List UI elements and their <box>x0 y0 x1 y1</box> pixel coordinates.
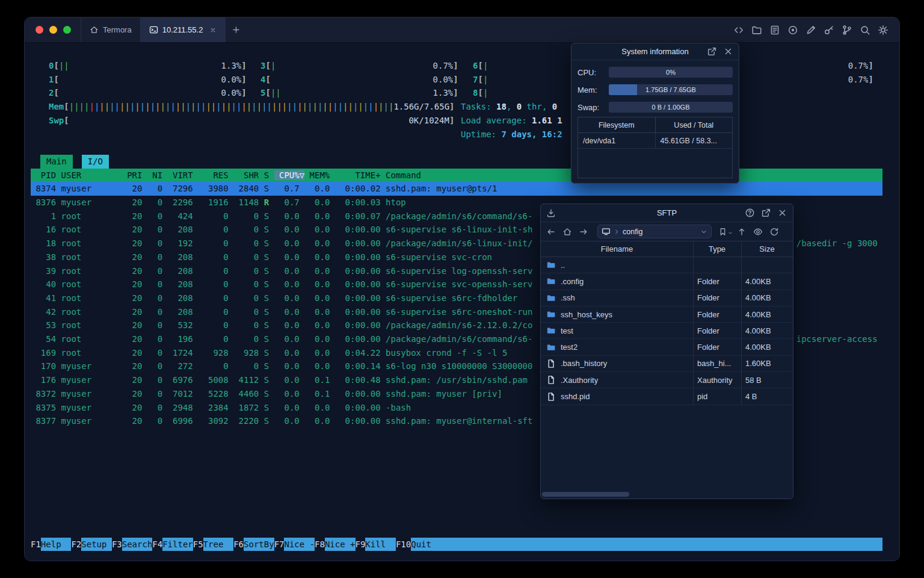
sysinfo-row: Mem:1.75GB / 7.65GB <box>571 82 739 98</box>
file-row-.bash_history[interactable]: .bash_historybash_hi...1.60KB <box>541 356 793 372</box>
folder-button[interactable] <box>751 25 762 36</box>
fkey-F9: F9 <box>356 538 366 551</box>
sftp-close-button[interactable] <box>777 208 787 218</box>
sftp-open-in-window-button[interactable] <box>761 208 771 218</box>
path-dropdown-icon[interactable] <box>700 228 707 235</box>
titlebar-toolbar <box>733 17 899 42</box>
fkey-action-help[interactable]: Help <box>41 538 72 551</box>
fkey-action-search[interactable]: Search <box>122 538 153 551</box>
sysinfo-row: CPU:0% <box>571 64 739 80</box>
parent-directory-button[interactable] <box>736 226 748 238</box>
current-path: config <box>623 228 642 236</box>
swap-meter: Swp[0K/1024M] <box>49 114 454 128</box>
file-size: 1.60KB <box>741 359 793 368</box>
filesystem-table: Filesystem Used / Total /dev/vda145.61GB… <box>578 117 733 178</box>
uptime-line: Uptime: 7 days, 16:2 <box>461 128 562 141</box>
file-row-test[interactable]: testFolder4.00KB <box>541 323 793 339</box>
file-row-..[interactable]: .. <box>541 257 793 273</box>
file-row-sshd.pid[interactable]: sshd.pidpid4 B <box>541 388 793 405</box>
tab-termora-label: Termora <box>103 25 132 34</box>
bookmark-button[interactable] <box>719 226 732 238</box>
key-button[interactable] <box>824 25 834 36</box>
fkey-action-filter[interactable]: Filter <box>162 538 193 551</box>
search-button[interactable] <box>860 25 870 36</box>
usage-bar: 0% <box>609 67 733 78</box>
file-type: pid <box>693 392 741 401</box>
file-icon <box>546 392 556 402</box>
cpu-meter-0: 0[||1.3%] <box>49 59 247 73</box>
sftp-titlebar[interactable]: SFTP <box>541 204 793 222</box>
transfers-icon[interactable] <box>546 208 556 218</box>
sftp-home-button[interactable] <box>561 226 573 238</box>
load-average-line: Load average: 1.61 1 <box>461 114 562 128</box>
maximize-window-button[interactable] <box>63 26 71 34</box>
new-tab-button[interactable] <box>226 17 246 42</box>
folder-icon <box>546 260 556 270</box>
file-row-ssh_host_keys[interactable]: ssh_host_keysFolder4.00KB <box>541 306 793 323</box>
horizontal-scrollbar[interactable] <box>542 492 792 497</box>
fkey-F10: F10 <box>396 538 411 551</box>
fkey-F3: F3 <box>112 538 122 551</box>
tab-termora[interactable]: Termora <box>81 17 140 42</box>
path-bar[interactable]: config <box>597 225 712 238</box>
show-hidden-files-button[interactable] <box>752 226 764 238</box>
fkey-F8: F8 <box>315 538 325 551</box>
file-table-header[interactable]: Filename Type Size <box>541 241 793 257</box>
fkey-action-nice-+[interactable]: Nice + <box>325 538 356 551</box>
sftp-help-button[interactable] <box>745 208 755 218</box>
refresh-button[interactable] <box>768 226 780 238</box>
computer-icon <box>602 227 611 236</box>
scrollbar-thumb[interactable] <box>542 492 629 497</box>
sysinfo-titlebar[interactable]: System information <box>571 43 739 60</box>
fkey-F5: F5 <box>193 538 203 551</box>
close-window-button[interactable] <box>35 26 43 34</box>
folder-icon <box>546 276 556 286</box>
sysinfo-close-button[interactable] <box>723 46 733 57</box>
tab-session[interactable]: 10.211.55.2 <box>140 17 226 42</box>
col-size[interactable]: Size <box>741 241 793 256</box>
file-name: .. <box>561 261 565 270</box>
file-name: .Xauthority <box>561 376 598 385</box>
fkey-action-tree[interactable]: Tree <box>203 538 234 551</box>
usage-text: 1.75GB / 7.65GB <box>609 84 733 95</box>
fkey-action-kill[interactable]: Kill <box>365 538 396 551</box>
sysinfo-metric-label: Mem: <box>578 85 604 95</box>
file-name: test <box>561 326 573 335</box>
col-filename[interactable]: Filename <box>541 241 693 256</box>
col-type[interactable]: Type <box>693 241 741 256</box>
record-button[interactable] <box>787 25 798 36</box>
file-type: Folder <box>693 277 741 286</box>
file-name: .ssh <box>561 293 575 302</box>
home-icon <box>90 25 99 34</box>
file-size: 4.00KB <box>741 343 793 352</box>
window-controls <box>25 17 81 42</box>
plus-icon <box>232 25 241 34</box>
notes-button[interactable] <box>769 25 780 36</box>
close-tab-icon[interactable] <box>209 26 217 34</box>
forward-button[interactable] <box>578 226 590 238</box>
titlebar: Termora 10.211.55.2 <box>25 17 899 43</box>
sysinfo-metric-label: CPU: <box>578 68 604 77</box>
file-row-.ssh[interactable]: .sshFolder4.00KB <box>541 290 793 306</box>
code-button[interactable] <box>733 25 744 36</box>
fkey-F4: F4 <box>152 538 162 551</box>
sysinfo-open-in-window-button[interactable] <box>707 46 717 57</box>
branch-button[interactable] <box>842 25 852 36</box>
process-row-8374[interactable]: 8374 myuser 20 0 7296 3980 2840 S 0.7 0.… <box>31 182 882 196</box>
file-type: Folder <box>693 293 741 302</box>
edit-button[interactable] <box>805 25 816 36</box>
file-row-.Xauthority[interactable]: .XauthorityXauthority58 B <box>541 372 793 388</box>
fkey-action-sortby[interactable]: SortBy <box>244 538 274 551</box>
file-row-test2[interactable]: test2Folder4.00KB <box>541 339 793 355</box>
settings-button[interactable] <box>878 25 889 36</box>
fkey-action-nice--[interactable]: Nice - <box>284 538 315 551</box>
minimize-window-button[interactable] <box>49 26 57 34</box>
folder-icon <box>546 326 556 335</box>
fkey-action-quit[interactable]: Quit <box>411 538 442 551</box>
cpu-meter-2: 2[0.0%] <box>49 86 247 100</box>
back-button[interactable] <box>545 226 557 238</box>
file-row-.config[interactable]: .configFolder4.00KB <box>541 273 793 290</box>
folder-icon <box>546 293 556 303</box>
file-icon <box>546 359 556 368</box>
fkey-action-setup[interactable]: Setup <box>81 538 112 551</box>
